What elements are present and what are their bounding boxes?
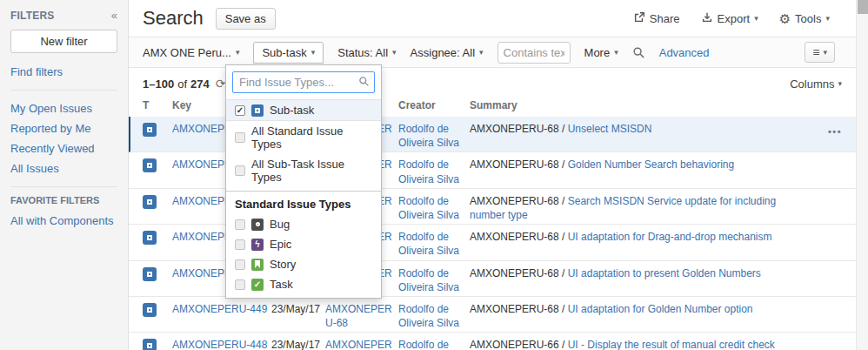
subtask-icon xyxy=(143,267,157,281)
summary-prefix: AMXONEPERU-66 / xyxy=(470,339,564,350)
dropdown-option-epic[interactable]: ϟ Epic xyxy=(226,234,381,254)
sidebar-item-all-with-components[interactable]: All with Components xyxy=(10,211,117,231)
view-switcher-button[interactable]: ≡ ▾ xyxy=(805,42,835,63)
chevron-down-icon: ▾ xyxy=(479,48,484,57)
export-menu-button[interactable]: Export ▾ xyxy=(701,11,758,26)
creator-link[interactable]: Rodolfo de Oliveira Silva xyxy=(398,158,459,185)
page-title: Search xyxy=(143,7,204,30)
summary-link[interactable]: UI adaptation to present Golden Numbers xyxy=(568,267,761,279)
issue-date: 23/May/17 xyxy=(271,302,322,330)
search-criteria-bar: AMX ONE Peru... ▾ Sub-task ▾ Status: All… xyxy=(129,37,868,68)
task-icon: ✓ xyxy=(251,279,264,291)
tools-menu-button[interactable]: ⚙ Tools ▾ xyxy=(779,12,830,25)
summary-link[interactable]: Unselect MSISDN xyxy=(568,123,652,135)
creator-link[interactable]: Rodolfo de Oliveira Silva xyxy=(398,303,459,329)
parent-issue-link[interactable]: AMXONEPERU-68 xyxy=(325,303,392,329)
save-as-button[interactable]: Save as xyxy=(216,8,276,30)
checkbox-unchecked[interactable] xyxy=(235,219,245,230)
find-issue-types-input[interactable] xyxy=(232,71,375,93)
dropdown-option-subtask[interactable]: Sub-task xyxy=(226,99,381,121)
sidebar-item-reported-by-me[interactable]: Reported by Me xyxy=(10,118,117,138)
checkbox-unchecked[interactable] xyxy=(235,132,245,143)
checkbox-unchecked[interactable] xyxy=(235,165,245,176)
issue-date: 23/May/17 xyxy=(271,338,322,350)
chevron-down-icon: ▾ xyxy=(392,48,397,57)
table-row[interactable]: AMXONEPERU-448 23/May/17 AMXONEPERU-66 R… xyxy=(129,333,868,350)
chevron-down-icon: ▾ xyxy=(838,79,842,88)
chevron-down-icon: ▾ xyxy=(754,14,758,23)
table-row[interactable]: AMXONEPERU-449 23/May/17 AMXONEPERU-68 R… xyxy=(129,297,868,333)
vertical-scrollbar[interactable] xyxy=(856,0,868,350)
share-button[interactable]: Share xyxy=(633,11,680,26)
chevron-down-icon: ▾ xyxy=(823,48,827,57)
summary-prefix: AMXONEPERU-68 / xyxy=(470,158,564,171)
dropdown-option-story[interactable]: Story xyxy=(226,254,381,274)
page-header: Search Save as Share Export ▾ ⚙ Tools ▾ xyxy=(129,0,868,37)
dropdown-option-all-subtask[interactable]: All Sub-Task Issue Types xyxy=(226,154,381,187)
assignee-filter-dropdown[interactable]: Assignee: All ▾ xyxy=(411,46,484,59)
issue-type-filter-dropdown[interactable]: Sub-task ▾ xyxy=(253,42,324,64)
checkbox-checked[interactable] xyxy=(235,105,245,116)
chevron-down-icon: ▾ xyxy=(614,48,618,57)
subtask-icon xyxy=(143,231,157,245)
sidebar-divider xyxy=(10,90,117,91)
summary-link[interactable]: Golden Number Search behavioring xyxy=(568,158,734,171)
row-actions-icon[interactable]: ••• xyxy=(807,122,842,150)
dropdown-option-task[interactable]: ✓ Task xyxy=(226,274,381,294)
creator-link[interactable]: Rodolfo de Oliveira Silva xyxy=(398,123,459,149)
summary-prefix: AMXONEPERU-68 / xyxy=(470,123,564,135)
parent-issue-link[interactable]: AMXONEPERU-66 xyxy=(325,339,392,350)
sidebar-divider xyxy=(10,186,117,187)
favorite-filters-title: FAVORITE FILTERS xyxy=(10,195,117,205)
app-root: FILTERS « New filter Find filters My Ope… xyxy=(0,0,868,350)
chevron-down-icon: ▾ xyxy=(311,48,316,57)
issue-key-link[interactable]: AMXONEPERU-449 xyxy=(172,303,267,315)
share-icon xyxy=(633,11,645,26)
contains-text-input[interactable] xyxy=(497,42,571,64)
find-filters-link[interactable]: Find filters xyxy=(10,62,117,82)
chevron-down-icon: ▾ xyxy=(825,14,830,23)
refresh-icon[interactable]: ⟳ xyxy=(216,77,226,90)
issue-type-dropdown-panel: Sub-task All Standard Issue Types All Su… xyxy=(225,64,382,299)
columns-dropdown[interactable]: Columns ▾ xyxy=(790,77,842,91)
status-filter-dropdown[interactable]: Status: All ▾ xyxy=(337,46,396,59)
advanced-search-link[interactable]: Advanced xyxy=(659,46,710,59)
issue-key-link[interactable]: AMXONEPERU-448 xyxy=(172,339,267,350)
scrollbar-thumb[interactable] xyxy=(858,0,868,14)
sidebar-item-all-issues[interactable]: All Issues xyxy=(10,158,117,178)
summary-link[interactable]: UI adaptation for Drag-and-drop mechanis… xyxy=(568,231,772,243)
results-range: 1–100 xyxy=(143,77,174,91)
dropdown-group-title: Standard Issue Types xyxy=(226,193,381,214)
creator-link[interactable]: Rodolfo de Oliveira Silva xyxy=(398,231,459,257)
subtask-icon xyxy=(143,339,157,350)
checkbox-unchecked[interactable] xyxy=(235,279,245,290)
sidebar-item-my-open-issues[interactable]: My Open Issues xyxy=(10,98,117,118)
checkbox-unchecked[interactable] xyxy=(235,259,245,270)
collapse-sidebar-icon[interactable]: « xyxy=(111,9,117,22)
creator-link[interactable]: Rodolfo de Oliveira Silva xyxy=(398,339,459,350)
search-main-panel: Search Save as Share Export ▾ ⚙ Tools ▾ xyxy=(129,0,868,350)
search-icon[interactable] xyxy=(632,46,645,59)
new-filter-button[interactable]: New filter xyxy=(10,30,117,53)
creator-link[interactable]: Rodolfo de Oliveira Silva xyxy=(398,267,459,293)
sidebar-title: FILTERS xyxy=(10,10,55,22)
filters-sidebar: FILTERS « New filter Find filters My Ope… xyxy=(0,0,129,350)
export-icon xyxy=(701,11,713,26)
summary-prefix: AMXONEPERU-68 / xyxy=(470,267,564,279)
results-of: of xyxy=(177,77,187,91)
dropdown-option-all-standard[interactable]: All Standard Issue Types xyxy=(226,121,381,154)
subtask-icon xyxy=(251,104,264,117)
checkbox-unchecked[interactable] xyxy=(235,239,245,250)
project-filter-dropdown[interactable]: AMX ONE Peru... ▾ xyxy=(143,46,239,59)
summary-link[interactable]: UI adaptation for Golden Number option xyxy=(568,303,753,315)
more-criteria-dropdown[interactable]: More ▾ xyxy=(584,46,618,59)
creator-link[interactable]: Rodolfo de Oliveira Silva xyxy=(398,195,459,221)
summary-prefix: AMXONEPERU-68 / xyxy=(470,195,564,207)
subtask-icon xyxy=(143,123,157,137)
subtask-icon xyxy=(143,303,157,317)
col-summary: Summary xyxy=(470,99,804,111)
dropdown-option-bug[interactable]: Bug xyxy=(226,214,381,234)
sidebar-item-recently-viewed[interactable]: Recently Viewed xyxy=(10,138,117,158)
subtask-icon xyxy=(143,195,157,209)
bug-icon xyxy=(251,219,264,231)
